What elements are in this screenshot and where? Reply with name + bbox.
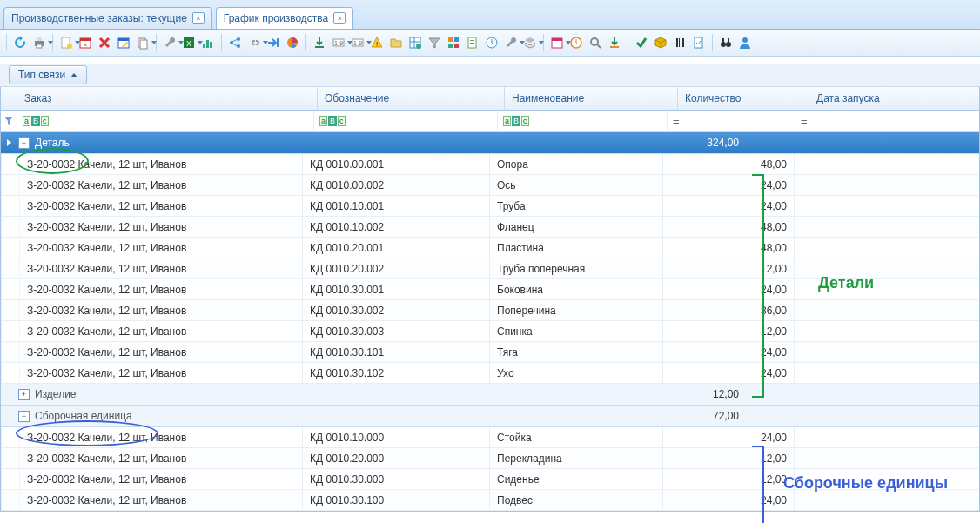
close-icon[interactable]: × (192, 12, 205, 24)
svg-point-4 (67, 44, 72, 49)
funnel-icon[interactable] (426, 34, 443, 51)
wrench-icon[interactable] (161, 34, 178, 51)
table-row[interactable]: З-20-0032 Качели, 12 шт, ИвановКД 0010.2… (1, 258, 979, 279)
user-icon[interactable] (736, 34, 754, 51)
col-launch[interactable]: Дата запуска (809, 87, 980, 110)
excel-icon[interactable]: X (180, 34, 198, 51)
svg-text:1-9: 1-9 (353, 40, 362, 46)
clock-icon[interactable] (567, 34, 585, 51)
row-indent (2, 258, 20, 278)
tab-bar: Производственные заказы: текущие × Графи… (0, 0, 980, 30)
filter-qty[interactable]: = (668, 111, 795, 131)
pie-icon[interactable] (284, 34, 301, 51)
col-designation[interactable]: Обозначение (318, 87, 505, 110)
svg-rect-30 (448, 37, 453, 42)
svg-rect-22 (315, 46, 324, 48)
col-order[interactable]: Заказ (17, 87, 318, 110)
cal-edit-icon[interactable] (115, 34, 132, 51)
cell-order: З-20-0032 Качели, 12 шт, Иванов (20, 448, 303, 468)
table-row[interactable]: З-20-0032 Качели, 12 шт, ИвановКД 0010.2… (1, 448, 979, 469)
filter-launch[interactable]: = (795, 111, 980, 131)
table-row[interactable]: З-20-0032 Качели, 12 шт, ИвановКД 0010.3… (1, 363, 979, 384)
cell-launch (795, 154, 980, 174)
refresh-icon[interactable] (11, 34, 29, 51)
share-icon[interactable] (226, 34, 244, 51)
apps-icon[interactable] (445, 34, 462, 51)
cell-designation: КД 0010.20.002 (303, 258, 490, 278)
svg-rect-1 (37, 37, 42, 41)
download-icon[interactable] (311, 34, 328, 51)
search-icon[interactable] (587, 34, 604, 51)
chart-icon[interactable] (199, 34, 217, 51)
tab-orders[interactable]: Производственные заказы: текущие × (3, 7, 212, 29)
table-row[interactable]: З-20-0032 Качели, 12 шт, ИвановКД 0010.1… (1, 427, 979, 448)
cell-name: Опора (490, 154, 663, 174)
filter-order[interactable]: aBc (17, 111, 314, 131)
grid-plus-icon[interactable] (406, 34, 424, 51)
cell-order: З-20-0032 Качели, 12 шт, Иванов (20, 342, 303, 362)
print-icon[interactable] (30, 34, 48, 51)
delete-icon[interactable] (96, 34, 113, 51)
table-row[interactable]: З-20-0032 Качели, 12 шт, ИвановКД 0010.3… (1, 490, 979, 511)
filter-indicator[interactable] (1, 111, 17, 131)
range1-icon[interactable]: 1-9 (330, 34, 347, 51)
cell-order: З-20-0032 Качели, 12 шт, Иванов (20, 238, 303, 258)
table-row[interactable]: З-20-0032 Качели, 12 шт, ИвановКД 0010.3… (1, 300, 979, 321)
svg-rect-46 (681, 38, 681, 47)
new-doc-icon[interactable] (57, 34, 75, 51)
time-icon[interactable] (483, 34, 500, 51)
cell-name: Труба (490, 196, 663, 216)
col-name[interactable]: Наименование (505, 87, 678, 110)
table-row[interactable]: З-20-0032 Качели, 12 шт, ИвановКД 0010.3… (1, 342, 979, 363)
range2-icon[interactable]: 1-9 (349, 34, 366, 51)
cell-name: Стойка (490, 427, 663, 447)
close-icon[interactable]: × (333, 12, 346, 24)
filter-row: aBc aBc aBc = = (1, 111, 979, 132)
table-row[interactable]: З-20-0032 Качели, 12 шт, ИвановКД 0010.1… (1, 217, 979, 238)
group-row-assembly[interactable]: − Сборочная единица 72,00 (1, 406, 979, 427)
layers-icon[interactable] (521, 34, 539, 51)
download2-icon[interactable] (606, 34, 623, 51)
table-row[interactable]: З-20-0032 Качели, 12 шт, ИвановКД 0010.3… (1, 469, 979, 490)
link-icon[interactable] (245, 34, 263, 51)
table-row[interactable]: З-20-0032 Качели, 12 шт, ИвановКД 0010.3… (1, 321, 979, 342)
barcode-icon[interactable] (671, 34, 688, 51)
binoculars-icon[interactable] (717, 34, 735, 51)
tab-schedule[interactable]: График производства × (216, 7, 353, 29)
table-row[interactable]: З-20-0032 Качели, 12 шт, ИвановКД 0010.0… (1, 175, 979, 196)
cal-delete-icon[interactable]: × (77, 34, 94, 51)
table-row[interactable]: З-20-0032 Качели, 12 шт, ИвановКД 0010.2… (1, 238, 979, 258)
group-label: Деталь (35, 137, 70, 149)
collapse-icon[interactable]: − (18, 137, 30, 149)
cell-qty: 24,00 (663, 490, 795, 510)
group-sum: 324,00 (622, 137, 746, 149)
cell-launch (795, 300, 980, 320)
warn-icon[interactable]: ! (368, 34, 386, 51)
step-icon[interactable] (265, 34, 282, 51)
table-row[interactable]: З-20-0032 Качели, 12 шт, ИвановКД 0010.0… (1, 154, 979, 175)
expand-icon[interactable]: + (18, 389, 30, 400)
wrench2-icon[interactable] (502, 34, 520, 51)
col-qty[interactable]: Количество (678, 87, 809, 110)
group-row-detail[interactable]: − Деталь 324,00 (1, 132, 979, 154)
row-indicator-header (1, 87, 17, 110)
row-indent (2, 342, 20, 362)
doc-green-icon[interactable] (464, 34, 481, 51)
svg-rect-33 (454, 44, 459, 48)
filter-name[interactable]: aBc (498, 111, 668, 131)
folder-icon[interactable] (387, 34, 405, 51)
filter-designation[interactable]: aBc (314, 111, 498, 131)
table-row[interactable]: З-20-0032 Качели, 12 шт, ИвановКД 0010.1… (1, 196, 979, 217)
doc-check-icon[interactable] (690, 34, 708, 51)
svg-rect-14 (203, 44, 205, 48)
collapse-icon[interactable]: − (18, 411, 30, 422)
cell-launch (795, 490, 980, 510)
svg-rect-44 (676, 38, 678, 47)
copy-icon[interactable] (134, 34, 151, 51)
group-row-product[interactable]: + Изделие 12,00 (1, 384, 979, 406)
check-icon[interactable] (633, 34, 650, 51)
table-row[interactable]: З-20-0032 Качели, 12 шт, ИвановКД 0010.3… (1, 279, 979, 300)
box-icon[interactable] (652, 34, 669, 51)
group-by-pill[interactable]: Тип связи (9, 65, 87, 84)
cal-pink-icon[interactable] (548, 34, 566, 51)
